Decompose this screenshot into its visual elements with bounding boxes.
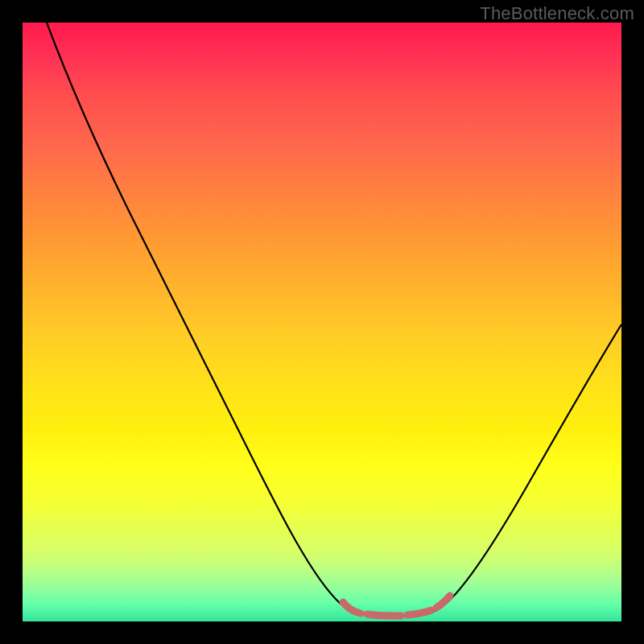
bottom-marker-segment (343, 602, 361, 613)
bottom-marker-segment (367, 614, 401, 616)
chart-container: TheBottleneck.com (0, 0, 644, 644)
bottom-marker-segment (436, 596, 450, 608)
plot-area (23, 23, 621, 621)
bottleneck-curve (47, 23, 621, 616)
chart-svg (23, 23, 621, 621)
watermark-text: TheBottleneck.com (480, 3, 634, 24)
bottom-marker-group (343, 596, 450, 616)
bottom-marker-segment (407, 610, 431, 615)
